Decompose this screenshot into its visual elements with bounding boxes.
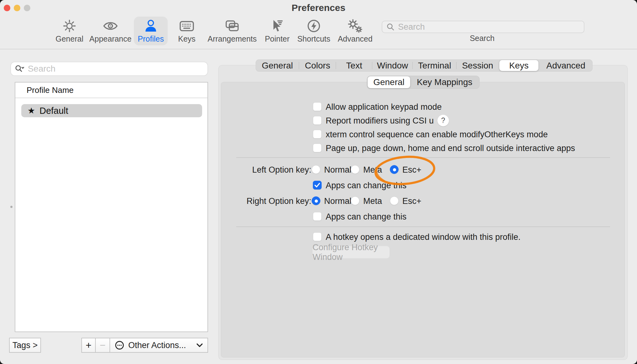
radio-label: Meta [363,165,382,174]
windows-icon [225,19,240,33]
checkbox-right-apps-change[interactable] [313,212,322,221]
search-filter-icon [15,64,25,73]
gear-icon [62,19,77,33]
checkbox-label: Apps can change this [326,181,406,190]
star-icon: ★ [28,106,35,116]
eye-icon [103,19,118,33]
toolbar-label: Shortcuts [297,35,330,43]
toolbar-search-field[interactable] [382,21,584,33]
ellipsis-circle-icon [115,340,125,350]
radio-label: Normal [324,196,351,206]
toolbar-label: Keys [178,35,196,43]
tab-window[interactable]: Window [372,59,413,72]
radio-label: Normal [324,165,351,174]
keyboard-icon [179,19,194,33]
radio-left-esc[interactable] [390,165,399,174]
tab-advanced[interactable]: Advanced [539,59,593,72]
configure-hotkey-window-button: Configure Hotkey Window [312,246,390,259]
checkbox-label: xterm control sequence can enable modify… [326,130,548,139]
right-option-key-label: Right Option key: [219,196,311,206]
checkbox-left-apps-change[interactable] [313,181,322,190]
toolbar-item-shortcuts[interactable]: Shortcuts [297,17,331,45]
add-profile-button[interactable]: + [81,338,96,353]
profile-action-buttons: + − Other Actions... [81,338,208,353]
help-button[interactable]: ? [437,115,449,126]
subtab-general[interactable]: General [368,76,410,88]
subtab-key-mappings[interactable]: Key Mappings [411,76,478,89]
profile-list: Profile Name ★ Default [15,82,208,332]
checkmark-icon [314,182,320,188]
tags-button[interactable]: Tags > [9,338,41,353]
toolbar-label: Pointer [265,35,289,43]
toolbar-search-input[interactable] [398,22,580,32]
tab-keys[interactable]: Keys [499,60,538,71]
divider [236,226,610,227]
preferences-window: Preferences General Appearance Profiles [0,0,637,364]
left-option-key-label: Left Option key: [219,165,311,175]
gears-icon [347,19,363,33]
radio-label: Meta [363,196,382,206]
toolbar-item-keys[interactable]: Keys [170,17,204,45]
profile-list-header: Profile Name [15,83,207,98]
toolbar-item-advanced[interactable]: Advanced [338,17,372,45]
divider [236,157,610,158]
cursor-icon [270,19,284,33]
radio-right-normal[interactable] [312,196,320,205]
chevron-down-icon [196,343,203,347]
lightning-icon [307,19,321,33]
toolbar-item-general[interactable]: General [53,17,86,45]
toolbar-item-profiles[interactable]: Profiles [134,17,168,45]
checkbox-csi-u[interactable] [313,116,322,125]
toolbar-item-appearance[interactable]: Appearance [94,17,127,45]
toolbar-search-label: Search [470,34,494,43]
tab-session[interactable]: Session [456,59,499,72]
tab-text[interactable]: Text [336,59,372,72]
toolbar-label: Profiles [138,35,164,43]
radio-label: Esc+ [402,196,421,206]
tab-general[interactable]: General [256,59,299,72]
radio-right-esc[interactable] [390,196,399,205]
toolbar-divider [0,49,637,49]
profile-name: Default [39,106,68,116]
person-icon [144,19,158,33]
profile-search-input[interactable] [28,64,204,74]
toolbar-label: Advanced [338,35,372,43]
checkbox-label: Allow application keypad mode [326,102,442,112]
checkbox-page-scroll[interactable] [313,144,322,152]
checkbox-modify-other-keys[interactable] [313,130,322,139]
checkbox-label: A hotkey opens a dedicated window with t… [326,232,521,242]
remove-profile-button: − [96,338,110,353]
checkbox-label: Apps can change this [326,212,406,221]
toolbar-item-pointer[interactable]: Pointer [260,17,294,45]
keys-subtabs: General Key Mappings [367,76,480,89]
other-actions-dropdown[interactable]: Other Actions... [110,338,208,353]
radio-left-meta[interactable] [351,165,359,174]
search-icon [386,22,395,32]
toolbar-item-arrangements[interactable]: Arrangements [215,17,249,45]
radio-right-meta[interactable] [351,196,359,205]
other-actions-label: Other Actions... [128,341,186,350]
profile-row-default[interactable]: ★ Default [21,104,202,117]
toolbar-label: General [56,35,84,43]
checkbox-keypad-mode[interactable] [313,102,322,111]
checkbox-label: Report modifiers using CSI u [326,116,434,125]
tab-colors[interactable]: Colors [299,59,336,72]
checkbox-hotkey-window[interactable] [313,232,322,241]
radio-label: Esc+ [402,165,421,174]
profile-section-tabs: General Colors Text Window Terminal Sess… [256,59,593,72]
checkbox-label: Page up, page down, home and end scroll … [326,144,575,153]
profile-search-field[interactable] [10,62,208,76]
radio-left-normal[interactable] [312,165,320,174]
toolbar-label: Appearance [89,35,132,43]
edge-dot [10,206,13,208]
tab-terminal[interactable]: Terminal [413,59,456,72]
window-title: Preferences [0,3,637,13]
toolbar-label: Arrangements [207,35,257,43]
